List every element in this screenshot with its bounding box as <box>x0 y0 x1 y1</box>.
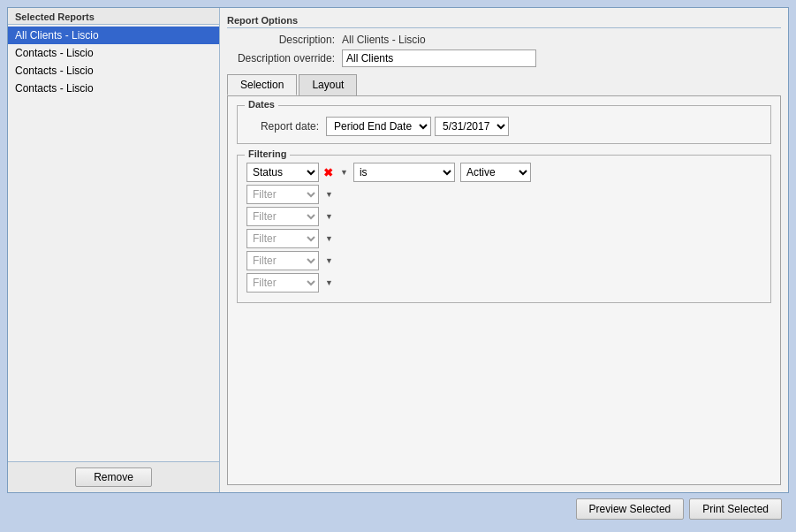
filter-field-select-5[interactable]: Filter <box>246 251 319 270</box>
filter-chevron-5: ▼ <box>325 256 333 265</box>
filter-chevron-2: ▼ <box>325 190 333 199</box>
filter-chevron-1: ▼ <box>340 168 348 177</box>
tabs-row: Selection Layout <box>227 74 781 95</box>
description-override-label: Description override: <box>227 52 342 65</box>
report-item[interactable]: Contacts - Liscio <box>8 80 219 97</box>
print-selected-button[interactable]: Print Selected <box>689 498 782 520</box>
dates-legend: Dates <box>245 99 278 110</box>
filter-row-1: Status ✖ ▼ is is not Active Inactive All <box>246 163 762 182</box>
description-label: Description: <box>227 34 342 46</box>
description-override-input[interactable] <box>342 49 536 67</box>
report-date-label: Report date: <box>246 120 326 133</box>
preview-selected-button[interactable]: Preview Selected <box>576 498 685 520</box>
description-row: Description: All Clients - Liscio <box>227 34 781 46</box>
filter-field-select-1[interactable]: Status <box>246 163 319 182</box>
left-panel-footer: Remove <box>8 461 219 492</box>
description-override-row: Description override: <box>227 49 781 67</box>
report-item[interactable]: All Clients - Liscio <box>8 27 219 44</box>
report-list: All Clients - Liscio Contacts - Liscio C… <box>8 25 219 461</box>
filtering-section: Filtering Status ✖ ▼ is is not A <box>237 155 771 303</box>
right-panel: Report Options Description: All Clients … <box>220 8 788 492</box>
report-options-header: Report Options <box>227 15 781 28</box>
filter-remove-icon-1[interactable]: ✖ <box>323 166 333 179</box>
filter-chevron-3: ▼ <box>325 212 333 221</box>
report-item[interactable]: Contacts - Liscio <box>8 62 219 80</box>
filter-operator-select-1[interactable]: is is not <box>353 163 455 182</box>
description-value: All Clients - Liscio <box>342 34 426 46</box>
filter-chevron-6: ▼ <box>325 278 333 287</box>
selected-reports-header: Selected Reports <box>8 8 219 25</box>
filter-chevron-4: ▼ <box>325 234 333 243</box>
filter-row-4: Filter ▼ <box>246 229 762 248</box>
bottom-bar: Preview Selected Print Selected <box>7 493 789 525</box>
dates-section: Dates Report date: Period End Date Curre… <box>237 105 771 144</box>
filter-row-2: Filter ▼ <box>246 185 762 204</box>
main-content: Selected Reports All Clients - Liscio Co… <box>7 7 789 493</box>
app-wrapper: Selected Reports All Clients - Liscio Co… <box>0 0 796 532</box>
filter-field-select-2[interactable]: Filter <box>246 185 319 204</box>
tab-content: Dates Report date: Period End Date Curre… <box>227 95 781 485</box>
filter-field-select-4[interactable]: Filter <box>246 229 319 248</box>
tab-layout[interactable]: Layout <box>299 74 357 95</box>
filter-row-5: Filter ▼ <box>246 251 762 270</box>
remove-button[interactable]: Remove <box>75 467 152 487</box>
filter-field-select-3[interactable]: Filter <box>246 207 319 226</box>
date-value-select[interactable]: 5/31/2017 <box>435 117 509 136</box>
filter-row-6: Filter ▼ <box>246 273 762 293</box>
left-panel: Selected Reports All Clients - Liscio Co… <box>8 8 220 492</box>
tab-selection[interactable]: Selection <box>227 74 297 95</box>
filter-value-select-1[interactable]: Active Inactive All <box>460 163 531 182</box>
filter-field-select-6[interactable]: Filter <box>246 273 319 293</box>
filtering-legend: Filtering <box>245 148 290 159</box>
date-type-select[interactable]: Period End Date Current Date Custom <box>326 117 431 136</box>
dates-row: Report date: Period End Date Current Dat… <box>246 117 762 136</box>
report-item[interactable]: Contacts - Liscio <box>8 44 219 62</box>
filter-row-3: Filter ▼ <box>246 207 762 226</box>
